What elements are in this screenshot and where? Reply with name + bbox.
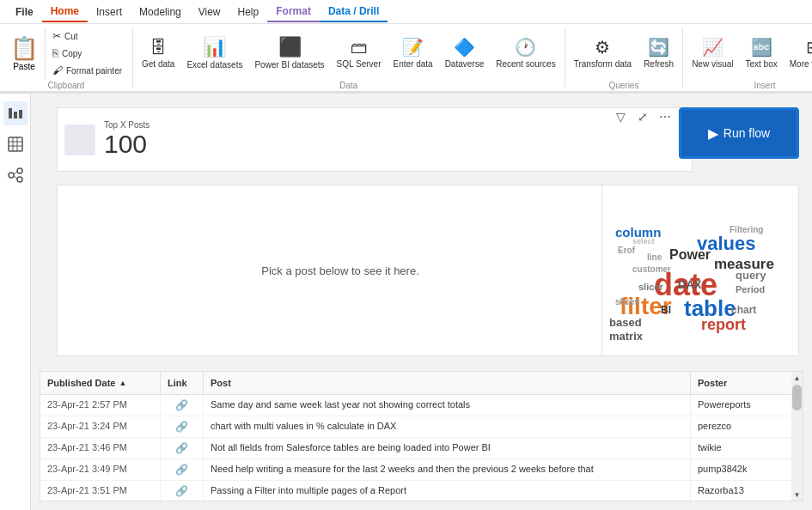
top-x-label: Top X Posts [104, 120, 150, 130]
tab-format[interactable]: Format [267, 2, 320, 22]
top-x-value: 100 [104, 130, 150, 159]
cell-link[interactable]: 🔗 [161, 395, 204, 416]
word-cloud: date filter table values measure report … [601, 185, 799, 356]
svg-rect-1 [14, 112, 17, 118]
cell-link[interactable]: 🔗 [161, 459, 204, 480]
svg-line-11 [14, 172, 17, 174]
cell-poster: pump3842k [691, 459, 803, 480]
insert-group-label: Insert [754, 79, 776, 90]
visual-toolbar: ▽ ⤢ ⋯ [611, 107, 675, 126]
svg-point-8 [9, 173, 14, 178]
expand-icon[interactable]: ⤢ [633, 107, 652, 126]
cell-post: Passing a Filter into multiple pages of … [204, 481, 691, 501]
format-painter-button[interactable]: 🖌 Format painter [49, 63, 125, 78]
sql-button[interactable]: 🗃 SQL Server [332, 27, 387, 79]
scroll-thumb [792, 385, 802, 410]
tab-file[interactable]: File [7, 3, 42, 21]
word-bi: BI [661, 304, 671, 316]
cell-date: 23-Apr-21 3:24 PM [40, 416, 161, 437]
table-body: 23-Apr-21 2:57 PM 🔗 Same day and same we… [40, 395, 803, 501]
cell-link[interactable]: 🔗 [161, 481, 204, 501]
powerbi-button[interactable]: ⬛ Power BI datasets [249, 27, 329, 79]
header-link: Link [161, 372, 204, 394]
cell-link[interactable]: 🔗 [161, 416, 204, 437]
svg-point-9 [17, 168, 22, 173]
table-row[interactable]: 23-Apr-21 3:51 PM 🔗 Passing a Filter int… [40, 481, 803, 501]
tab-insert[interactable]: Insert [88, 3, 131, 21]
pick-post-area: Pick a post below to see it here. [57, 185, 624, 356]
pick-post-text: Pick a post below to see it here. [261, 264, 419, 277]
cell-post: Need help writing a measure for the last… [204, 459, 691, 480]
refresh-button[interactable]: 🔄 Refresh [638, 27, 679, 79]
tab-datadrill[interactable]: Data / Drill [320, 2, 388, 22]
cell-date: 23-Apr-21 3:49 PM [40, 459, 161, 480]
text-box-button[interactable]: 🔤 Text box [741, 27, 783, 79]
main-canvas: Top X Posts 100 ▶ Run flow ▽ ⤢ ⋯ Pick a … [31, 94, 812, 510]
dataverse-button[interactable]: 🔷 Dataverse [440, 27, 490, 79]
word-cloud-container: date filter table values measure report … [602, 185, 799, 356]
copy-button[interactable]: ⎘ Copy [49, 46, 125, 61]
transform-data-button[interactable]: ⚙ Transform data [569, 27, 637, 79]
tab-help[interactable]: Help [229, 3, 268, 21]
cut-button[interactable]: ✂ Cut [49, 28, 125, 44]
table-row[interactable]: 23-Apr-21 2:57 PM 🔗 Same day and same we… [40, 395, 803, 416]
svg-line-12 [14, 176, 17, 179]
get-data-button[interactable]: 🗄 Get data [137, 27, 180, 79]
sort-asc-icon: ▲ [119, 379, 126, 387]
tab-home[interactable]: Home [42, 2, 88, 22]
sidebar-icon-table[interactable] [3, 132, 27, 156]
word-slices: slices [615, 297, 639, 307]
cell-poster: twikie [691, 438, 803, 458]
more-options-icon[interactable]: ⋯ [656, 107, 675, 126]
new-visual-button[interactable]: 📈 New visual [687, 27, 738, 79]
run-flow-button[interactable]: ▶ Run flow [679, 107, 799, 159]
cell-post: chart with multi values in % calculate i… [204, 416, 691, 437]
table-row[interactable]: 23-Apr-21 3:49 PM 🔗 Need help writing a … [40, 459, 803, 481]
left-sidebar [0, 94, 31, 510]
cell-post: Not all fields from Salesforce tables ar… [204, 438, 691, 458]
recent-sources-button[interactable]: 🕐 Recent sources [491, 27, 560, 79]
word-filtering: Filtering [730, 225, 763, 234]
sidebar-icon-report[interactable] [3, 101, 27, 125]
run-flow-icon: ▶ [708, 125, 718, 142]
word-line: line [647, 252, 662, 262]
word-erof: Erof [618, 246, 635, 255]
visual-icon [64, 124, 95, 155]
word-select: select [632, 237, 655, 246]
scroll-up-button[interactable]: ▲ [794, 372, 801, 385]
word-report: report [701, 316, 746, 334]
word-customer: customer [632, 264, 671, 274]
svg-rect-2 [19, 110, 22, 118]
scrollbar[interactable]: ▲ ▼ [791, 372, 803, 501]
clipboard-group-label: Clipboard [48, 79, 85, 90]
header-date: Published Date ▲ [40, 372, 161, 394]
word-period: Period [736, 284, 765, 294]
paste-button[interactable]: 📋 Paste [3, 27, 46, 79]
cell-link[interactable]: 🔗 [161, 438, 204, 458]
sidebar-icon-model[interactable] [3, 163, 27, 187]
table-header: Published Date ▲ Link Post Poster [40, 372, 803, 395]
queries-group-label: Queries [608, 79, 638, 90]
word-slicer: slicer [638, 282, 663, 292]
cell-poster: Razorba13 [691, 481, 803, 501]
word-power: Power [669, 247, 711, 263]
run-flow-label: Run flow [723, 126, 770, 140]
tab-view[interactable]: View [190, 3, 229, 21]
header-post: Post [204, 372, 691, 394]
filter-icon[interactable]: ▽ [611, 107, 630, 126]
word-dax: DAX [678, 278, 701, 291]
cell-date: 23-Apr-21 3:46 PM [40, 438, 161, 458]
table-row[interactable]: 23-Apr-21 3:46 PM 🔗 Not all fields from … [40, 438, 803, 459]
header-poster: Poster [691, 372, 803, 394]
cell-post: Same day and same week last year not sho… [204, 395, 691, 416]
cell-poster: Powereports [691, 395, 803, 416]
scroll-down-button[interactable]: ▼ [794, 491, 801, 499]
excel-button[interactable]: 📊 Excel datasets [181, 27, 247, 79]
table-row[interactable]: 23-Apr-21 3:24 PM 🔗 chart with multi val… [40, 416, 803, 438]
more-visuals-button[interactable]: ⊞ More visuals [785, 27, 812, 79]
enter-data-button[interactable]: 📝 Enter data [388, 27, 437, 79]
tab-modeling[interactable]: Modeling [131, 3, 190, 21]
svg-rect-0 [9, 108, 12, 118]
word-query: query [736, 269, 766, 282]
data-group-label: Data [339, 79, 357, 90]
